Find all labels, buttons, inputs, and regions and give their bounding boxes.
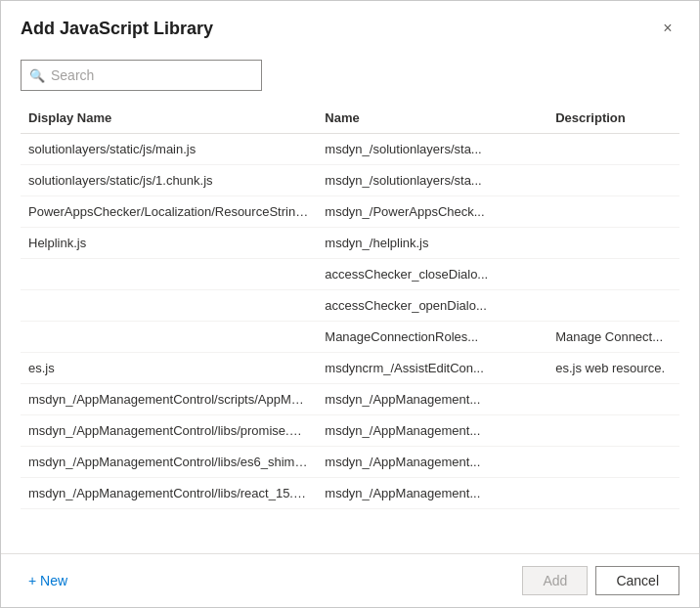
cell-name: msdyn_/helplink.js xyxy=(317,228,547,259)
library-table: Display Name Name Description solutionla… xyxy=(21,103,679,509)
table-row[interactable]: es.jsmsdyncrm_/AssistEditCon...es.js web… xyxy=(21,353,679,384)
table-row[interactable]: ManageConnectionRoles...Manage Connect..… xyxy=(21,322,679,353)
cell-description xyxy=(547,134,679,165)
cell-description xyxy=(547,196,679,228)
cell-description xyxy=(547,447,679,478)
cell-display-name xyxy=(21,322,317,353)
cell-description xyxy=(547,290,679,322)
cell-display-name: msdyn_/AppManagementControl/scripts/AppM… xyxy=(21,384,317,415)
search-icon: 🔍 xyxy=(29,68,45,83)
close-button[interactable]: × xyxy=(656,17,679,40)
search-input[interactable] xyxy=(51,67,253,83)
cell-display-name: msdyn_/AppManagementControl/libs/promise… xyxy=(21,415,317,447)
cell-name: msdyn_/AppManagement... xyxy=(317,384,547,415)
cell-name: msdyn_/solutionlayers/sta... xyxy=(317,134,547,165)
cell-description: es.js web resource. xyxy=(547,353,679,384)
cell-description xyxy=(547,478,679,509)
cell-description xyxy=(547,228,679,259)
cell-display-name: es.js xyxy=(21,353,317,384)
cancel-button[interactable]: Cancel xyxy=(595,566,679,595)
dialog-title: Add JavaScript Library xyxy=(21,19,213,39)
table-row[interactable]: msdyn_/AppManagementControl/scripts/AppM… xyxy=(21,384,679,415)
cell-name: msdyn_/AppManagement... xyxy=(317,447,547,478)
col-header-name: Name xyxy=(317,103,547,134)
cell-display-name xyxy=(21,259,317,290)
col-header-display-name: Display Name xyxy=(21,103,317,134)
table-row[interactable]: PowerAppsChecker/Localization/ResourceSt… xyxy=(21,196,679,228)
cell-description xyxy=(547,415,679,447)
table-row[interactable]: Helplink.jsmsdyn_/helplink.js xyxy=(21,228,679,259)
cell-name: ManageConnectionRoles... xyxy=(317,322,547,353)
col-header-description: Description xyxy=(547,103,679,134)
table-row[interactable]: msdyn_/AppManagementControl/libs/promise… xyxy=(21,415,679,447)
table-scroll[interactable]: Display Name Name Description solutionla… xyxy=(21,103,679,553)
add-js-library-dialog: Add JavaScript Library × 🔍 Display Name … xyxy=(0,0,700,608)
cell-name: msdyn_/AppManagement... xyxy=(317,478,547,509)
table-row[interactable]: msdyn_/AppManagementControl/libs/es6_shi… xyxy=(21,447,679,478)
cell-display-name: msdyn_/AppManagementControl/libs/es6_shi… xyxy=(21,447,317,478)
table-row[interactable]: accessChecker_openDialo... xyxy=(21,290,679,322)
cell-description xyxy=(547,165,679,196)
cell-description: Manage Connect... xyxy=(547,322,679,353)
cell-display-name: Helplink.js xyxy=(21,228,317,259)
cell-display-name: PowerAppsChecker/Localization/ResourceSt… xyxy=(21,196,317,228)
dialog-header: Add JavaScript Library × xyxy=(1,1,699,52)
table-row[interactable]: accessChecker_closeDialo... xyxy=(21,259,679,290)
table-row[interactable]: solutionlayers/static/js/main.jsmsdyn_/s… xyxy=(21,134,679,165)
cell-display-name xyxy=(21,290,317,322)
cell-description xyxy=(547,259,679,290)
cell-display-name: msdyn_/AppManagementControl/libs/react_1… xyxy=(21,478,317,509)
cell-name: msdyn_/solutionlayers/sta... xyxy=(317,165,547,196)
search-box: 🔍 xyxy=(21,60,262,91)
cell-name: msdyncrm_/AssistEditCon... xyxy=(317,353,547,384)
cell-display-name: solutionlayers/static/js/main.js xyxy=(21,134,317,165)
dialog-footer: + New Add Cancel xyxy=(1,553,699,607)
cell-name: msdyn_/PowerAppsCheck... xyxy=(317,196,547,228)
table-row[interactable]: msdyn_/AppManagementControl/libs/react_1… xyxy=(21,478,679,509)
cell-name: accessChecker_openDialo... xyxy=(317,290,547,322)
cell-name: accessChecker_closeDialo... xyxy=(317,259,547,290)
footer-actions: Add Cancel xyxy=(522,566,679,595)
search-container: 🔍 xyxy=(1,52,699,103)
cell-display-name: solutionlayers/static/js/1.chunk.js xyxy=(21,165,317,196)
new-button[interactable]: + New xyxy=(21,567,75,594)
cell-description xyxy=(547,384,679,415)
table-row[interactable]: solutionlayers/static/js/1.chunk.jsmsdyn… xyxy=(21,165,679,196)
cell-name: msdyn_/AppManagement... xyxy=(317,415,547,447)
add-button[interactable]: Add xyxy=(522,566,588,595)
table-container: Display Name Name Description solutionla… xyxy=(1,103,699,553)
